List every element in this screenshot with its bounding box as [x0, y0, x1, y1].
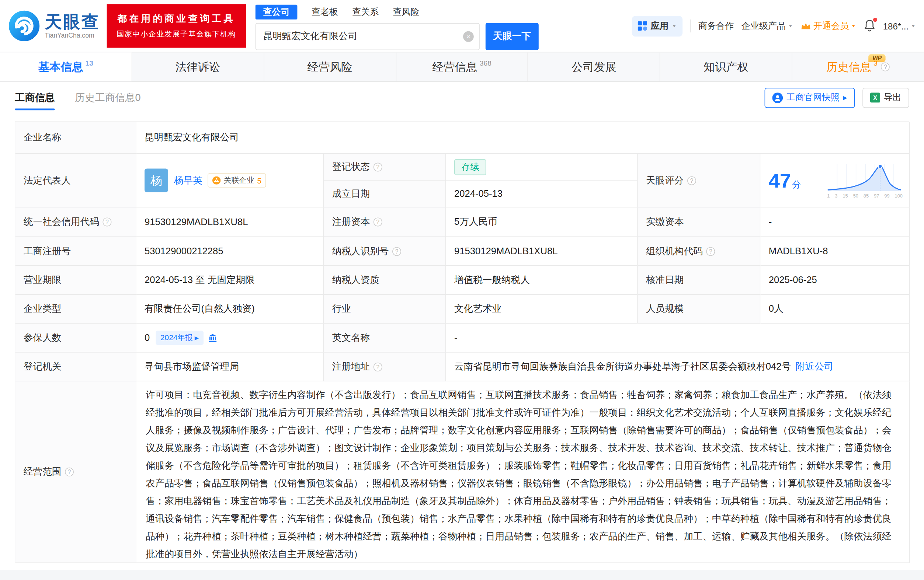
- search-row: × 天眼一下: [256, 23, 539, 50]
- approval-date-label: 核准日期: [638, 266, 761, 295]
- tab-history-info[interactable]: VIP 历史信息 3 ?: [792, 52, 924, 81]
- bottom-strip: [0, 570, 924, 580]
- org-code-value: MADLB1XU-8: [760, 237, 910, 266]
- logo-text: 天眼查: [45, 13, 100, 32]
- paid-capital-label: 实缴资本: [638, 208, 761, 237]
- subnav-history-registration[interactable]: 历史工商信息0: [75, 82, 140, 113]
- legal-rep-name-link[interactable]: 杨早英: [174, 174, 203, 187]
- question-icon[interactable]: ?: [373, 362, 382, 371]
- tianyancha-logo[interactable]: 天眼查 TianYanCha.com: [8, 10, 99, 42]
- search-input[interactable]: [256, 23, 480, 50]
- tab-label: 公司发展: [571, 59, 617, 75]
- tab-business-info[interactable]: 经营信息 368: [396, 52, 528, 81]
- crown-icon: [800, 21, 811, 30]
- promo-banner-line1: 都在用的商业查询工具: [117, 13, 235, 25]
- insured-label: 参保人数: [15, 323, 137, 352]
- company-name-value: 昆明甄宏文化有限公司: [137, 122, 910, 154]
- taxpayer-id-value: 91530129MADLB1XU8L: [446, 237, 638, 266]
- reg-authority-label: 登记机关: [15, 353, 137, 381]
- status-badge: 存续: [454, 159, 486, 175]
- question-icon[interactable]: ?: [881, 63, 890, 71]
- related-companies-count: 5: [257, 176, 262, 185]
- tab-label: 经营风险: [307, 59, 353, 75]
- menu-enterprise-products[interactable]: 企业级产品 ▼: [741, 20, 793, 31]
- company-type-value: 有限责任公司(自然人独资): [137, 295, 324, 323]
- business-term-value: 2024-05-13 至 无固定期限: [137, 266, 324, 295]
- menu-open-vip-label: 开通会员: [813, 20, 849, 31]
- taxpayer-id-label: 纳税人识别号 ?: [324, 237, 446, 266]
- menu-cooperation[interactable]: 商务合作: [698, 20, 734, 31]
- tab-intellectual-property[interactable]: 知识产权: [660, 52, 792, 81]
- subnav-business-registration[interactable]: 工商信息: [15, 82, 55, 113]
- chevron-down-icon: ▼: [672, 24, 676, 28]
- search-button[interactable]: 天眼一下: [485, 23, 539, 50]
- tianyancha-company-page: 天眼查 TianYanCha.com 都在用的商业查询工具 国家中小企业发展子基…: [0, 0, 924, 580]
- notifications-button[interactable]: [863, 18, 875, 33]
- main-tabs: 基本信息 13 法律诉讼 经营风险 经营信息 368 公司发展 知识产权 VIP…: [0, 52, 924, 82]
- nearby-companies-link[interactable]: 附近公司: [796, 360, 833, 373]
- legal-rep-value: 杨 杨早英 关联企业 5: [137, 154, 324, 208]
- question-icon[interactable]: ?: [706, 247, 715, 256]
- sub-nav: 工商信息 历史工商信息0 工商官网快照 ▶ X 导出: [0, 82, 924, 113]
- export-button[interactable]: X 导出: [863, 88, 909, 107]
- company-type-label: 企业类型: [15, 295, 137, 323]
- paid-capital-value: -: [760, 208, 910, 237]
- score-chart-ticks: 13 1550 8597 99100: [827, 193, 903, 198]
- chevron-down-icon: ▼: [911, 24, 916, 28]
- score-number: 47分: [769, 169, 801, 192]
- tianyancha-logo-icon: [8, 10, 40, 42]
- search-tab-boss[interactable]: 查老板: [312, 7, 338, 18]
- question-icon[interactable]: ?: [687, 176, 696, 185]
- question-icon[interactable]: ?: [373, 218, 382, 226]
- tab-label: 基本信息: [38, 59, 83, 75]
- annual-report-badge[interactable]: 2024年报 ▶: [155, 331, 203, 345]
- reg-address-label: 注册地址 ?: [324, 353, 446, 381]
- tab-label: 知识产权: [703, 59, 749, 75]
- question-icon[interactable]: ?: [373, 163, 382, 172]
- account-menu[interactable]: 186*... ▼: [883, 21, 916, 31]
- clear-search-icon[interactable]: ×: [463, 31, 474, 42]
- credit-code-label: 统一社会信用代码 ?: [15, 208, 137, 237]
- tab-legal-litigation[interactable]: 法律诉讼: [132, 52, 264, 81]
- tab-company-development[interactable]: 公司发展: [528, 52, 660, 81]
- menu-enterprise-label: 企业级产品: [741, 20, 786, 31]
- established-value: 2024-05-13: [446, 181, 638, 208]
- subnav-label: 工商信息: [15, 91, 55, 104]
- search-tabs: 查公司 查老板 查关系 查风险: [256, 5, 539, 20]
- question-icon[interactable]: ?: [102, 218, 111, 226]
- score-label: 天眼评分 ?: [638, 154, 761, 208]
- government-bank-icon[interactable]: [208, 333, 217, 342]
- search-tab-relation[interactable]: 查关系: [352, 7, 379, 18]
- menu-divider: [690, 20, 691, 33]
- legal-rep-avatar[interactable]: 杨: [145, 169, 168, 192]
- tab-count: 3: [873, 59, 878, 67]
- person-icon: [772, 92, 783, 103]
- tab-basic-info[interactable]: 基本信息 13: [0, 52, 132, 81]
- tab-label: 经营信息: [432, 59, 477, 75]
- official-snapshot-button[interactable]: 工商官网快照 ▶: [765, 88, 855, 107]
- related-companies-icon: [212, 176, 221, 184]
- staff-size-value: 0人: [760, 295, 910, 323]
- related-companies-label: 关联企业: [223, 175, 254, 186]
- taxpayer-quality-label: 纳税人资质: [324, 266, 446, 295]
- promo-banner-line2: 国家中小企业发展子基金旗下机构: [117, 29, 236, 39]
- question-icon[interactable]: ?: [392, 247, 401, 256]
- business-term-label: 营业期限: [15, 266, 137, 295]
- established-label: 成立日期: [324, 181, 446, 208]
- search-area: 查公司 查老板 查关系 查风险 × 天眼一下: [256, 2, 539, 50]
- related-companies-badge[interactable]: 关联企业 5: [208, 173, 266, 187]
- subnav-label: 历史工商信息0: [75, 91, 140, 104]
- tab-count: 13: [86, 59, 93, 67]
- logo-text-block: 天眼查 TianYanCha.com: [45, 13, 100, 39]
- header: 天眼查 TianYanCha.com 都在用的商业查询工具 国家中小企业发展子基…: [0, 0, 924, 52]
- apps-menu[interactable]: 应用 ▼: [632, 15, 683, 36]
- question-icon[interactable]: ?: [65, 468, 74, 476]
- reg-capital-value: 5万人民币: [446, 208, 638, 237]
- menu-open-vip[interactable]: 开通会员 ▼: [800, 20, 856, 31]
- search-tab-company[interactable]: 查公司: [256, 5, 297, 20]
- search-tab-risk[interactable]: 查风险: [393, 7, 419, 18]
- score-curve: [827, 163, 903, 193]
- notification-dot: [873, 17, 877, 21]
- credit-code-value: 91530129MADLB1XU8L: [137, 208, 324, 237]
- tab-operation-risk[interactable]: 经营风险: [264, 52, 396, 81]
